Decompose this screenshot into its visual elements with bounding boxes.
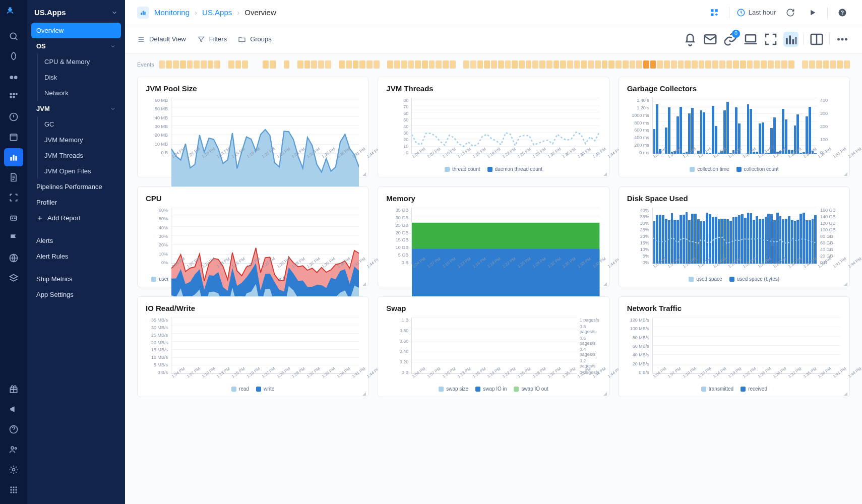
folder-icon xyxy=(238,35,246,43)
sidebar-item-add-report[interactable]: Add Report xyxy=(31,210,121,226)
svg-rect-44 xyxy=(746,35,756,42)
app-grid-icon[interactable] xyxy=(4,481,23,499)
sidebar-item-disk[interactable]: Disk xyxy=(39,70,121,85)
link-icon[interactable]: 0 xyxy=(723,32,738,47)
panel-io[interactable]: IO Read/Write35 MB/s30 MB/s25 MB/s20 MB/… xyxy=(137,296,368,397)
more-icon[interactable] xyxy=(835,32,850,47)
resize-handle[interactable] xyxy=(362,282,366,286)
mail-icon[interactable] xyxy=(703,32,718,47)
alert-circle-icon[interactable] xyxy=(4,108,23,126)
resize-handle[interactable] xyxy=(603,392,607,396)
main-content: Monitoring › US.Apps › Overview Last hou… xyxy=(125,0,862,504)
scan-icon[interactable] xyxy=(4,188,23,207)
chart-mode-icon[interactable] xyxy=(783,32,798,47)
svg-rect-6 xyxy=(10,93,12,95)
bell-icon[interactable] xyxy=(683,32,698,47)
search-icon[interactable] xyxy=(4,27,23,45)
chevron-down-icon xyxy=(110,106,116,112)
sidebar-group-os[interactable]: OS xyxy=(31,38,121,54)
resize-handle[interactable] xyxy=(844,392,847,396)
breadcrumb-root[interactable]: Monitoring xyxy=(154,8,190,17)
sidebar-item-gc[interactable]: GC xyxy=(39,116,121,132)
panel-title: Disk Space Used xyxy=(627,194,841,203)
rocket-icon[interactable] xyxy=(4,47,23,66)
sidebar-item-alert-rules[interactable]: Alert Rules xyxy=(31,248,121,264)
play-icon[interactable] xyxy=(805,5,820,20)
panel-title: Memory xyxy=(386,194,600,203)
resize-handle[interactable] xyxy=(844,282,847,286)
svg-rect-8 xyxy=(16,93,17,95)
plus-icon xyxy=(36,215,43,222)
panel-net[interactable]: Network Traffic120 MB/s100 MB/s80 MB/s60… xyxy=(619,296,850,397)
svg-point-27 xyxy=(15,486,17,488)
svg-point-31 xyxy=(10,491,12,493)
panel-jvm-threads[interactable]: JVM Threads807060504030201001:04 PM1:07 … xyxy=(378,77,609,177)
svg-point-50 xyxy=(837,38,840,40)
resize-handle[interactable] xyxy=(844,172,847,176)
gift-icon[interactable] xyxy=(4,380,23,398)
resize-handle[interactable] xyxy=(603,282,607,286)
svg-rect-36 xyxy=(144,12,145,15)
sidebar-item-jvm-threads[interactable]: JVM Threads xyxy=(39,148,121,163)
product-logo xyxy=(5,5,22,22)
panel-memory[interactable]: Memory35 GB30 GB25 GB20 GB15 GB10 GB5 GB… xyxy=(378,186,609,287)
chart-bar-icon[interactable] xyxy=(4,148,23,166)
sidebar-item-pipelines[interactable]: Pipelines Performance xyxy=(31,179,121,195)
sidebar-group-jvm[interactable]: JVM xyxy=(31,101,121,116)
sidebar-item-ship-metrics[interactable]: Ship Metrics xyxy=(31,271,121,287)
svg-point-18 xyxy=(15,218,16,219)
layers-icon[interactable] xyxy=(4,269,23,287)
sidebar-item-profiler[interactable]: Profiler xyxy=(31,195,121,210)
calendar-icon[interactable] xyxy=(4,128,23,146)
help-icon[interactable] xyxy=(4,420,23,438)
svg-rect-12 xyxy=(10,134,17,141)
sidebar-item-jvm-memory[interactable]: JVM Memory xyxy=(39,132,121,148)
fullscreen-icon[interactable] xyxy=(763,32,778,47)
panel-jvm-pool[interactable]: JVM Pool Size60 MB50 MB40 MB30 MB20 MB10… xyxy=(137,77,368,177)
refresh-icon[interactable] xyxy=(783,5,798,20)
svg-rect-13 xyxy=(10,157,12,161)
svg-point-23 xyxy=(15,448,17,449)
megaphone-icon[interactable] xyxy=(4,400,23,418)
panel-title: JVM Pool Size xyxy=(146,84,360,93)
resize-handle[interactable] xyxy=(362,392,366,396)
svg-point-22 xyxy=(11,447,14,449)
dashboard-add-icon[interactable] xyxy=(707,5,722,20)
sidebar-item-network[interactable]: Network xyxy=(39,85,121,101)
view-groups[interactable]: Groups xyxy=(238,35,272,43)
grid-apps-icon[interactable] xyxy=(4,88,23,106)
sidebar-item-jvm-open-files[interactable]: JVM Open Files xyxy=(39,163,121,179)
app-selector[interactable]: US.Apps xyxy=(27,4,125,23)
globe-icon[interactable] xyxy=(4,249,23,267)
document-icon[interactable] xyxy=(4,168,23,186)
split-panel-icon[interactable] xyxy=(809,32,824,47)
view-default[interactable]: Default View xyxy=(137,35,186,43)
resize-handle[interactable] xyxy=(362,172,366,176)
timerange-picker[interactable]: Last hour xyxy=(736,8,776,17)
panel-gc[interactable]: Garbage Collectors1.40 s1.20 s1000 ms800… xyxy=(619,77,850,177)
events-strip[interactable] xyxy=(159,60,850,69)
breadcrumb-current: Overview xyxy=(244,8,276,17)
sidebar-item-cpu-memory[interactable]: CPU & Memory xyxy=(39,54,121,70)
sidebar-item-alerts[interactable]: Alerts xyxy=(31,233,121,248)
panel-grid: JVM Pool Size60 MB50 MB40 MB30 MB20 MB10… xyxy=(125,73,862,504)
breadcrumb-mid[interactable]: US.Apps xyxy=(202,8,232,17)
svg-point-1 xyxy=(8,8,9,9)
robot-icon[interactable] xyxy=(4,209,23,227)
resize-handle[interactable] xyxy=(603,172,607,176)
laptop-icon[interactable] xyxy=(743,32,758,47)
sidebar-item-overview[interactable]: Overview xyxy=(31,23,121,38)
panel-cpu[interactable]: CPU60%50%40%30%20%10%0% 1:04 PM1:07 PM1:… xyxy=(137,186,368,287)
sidebar-item-app-settings[interactable]: App Settings xyxy=(31,287,121,302)
users-icon[interactable] xyxy=(4,440,23,459)
breadcrumb: Monitoring › US.Apps › Overview xyxy=(137,7,276,19)
panel-disk[interactable]: Disk Space Used40%35%30%25%20%15%10%5%0%… xyxy=(619,186,850,287)
binoculars-icon[interactable] xyxy=(4,68,23,86)
help-icon[interactable]: ? xyxy=(835,5,850,20)
flag-icon[interactable] xyxy=(4,229,23,247)
panel-swap[interactable]: Swap1 B0.800.600.400.200 B1 pages/s0.8 p… xyxy=(378,296,609,397)
view-filters[interactable]: Filters xyxy=(197,35,227,43)
filter-icon xyxy=(197,35,205,43)
gear-icon[interactable] xyxy=(4,461,23,479)
events-row: Events xyxy=(125,53,862,73)
